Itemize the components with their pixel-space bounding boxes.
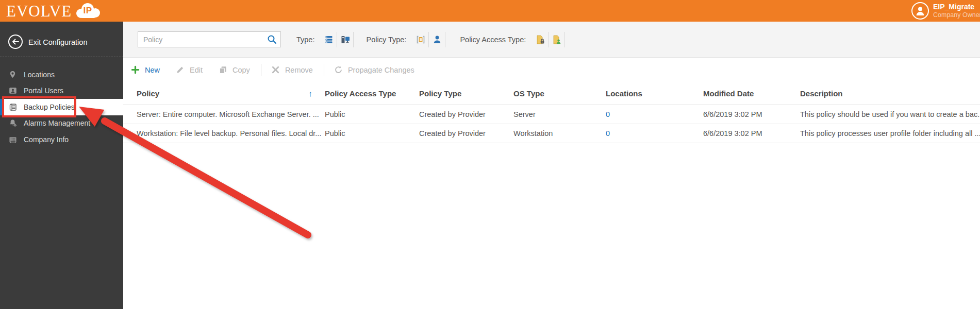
table-row[interactable]: Workstation: File level backup. Personal…	[123, 124, 980, 143]
brand-logo: EVOLVE IP	[6, 0, 101, 22]
user-name: EIP_Migrate	[933, 3, 980, 11]
cell-description: This policy should be used if you want t…	[800, 110, 980, 118]
sidebar-item-company-info[interactable]: Company Info	[0, 131, 123, 148]
remove-x-icon	[271, 65, 280, 75]
user-policy-filter-button[interactable]	[429, 32, 445, 47]
server-icon	[324, 35, 334, 45]
plus-icon	[131, 65, 140, 75]
table-header-row: Policy ↑ Policy Access Type Policy Type …	[123, 82, 980, 105]
table-row[interactable]: Server: Entire computer. Microsoft Excha…	[123, 105, 980, 124]
search-input[interactable]	[138, 31, 281, 47]
column-header-description[interactable]: Description	[800, 89, 980, 98]
back-circle-icon	[8, 34, 23, 51]
public-policy-filter-button[interactable]	[549, 32, 565, 47]
sidebar-divider	[0, 57, 123, 57]
user-policy-person-icon	[432, 35, 442, 45]
search-icon[interactable]	[267, 35, 277, 44]
sidebar-item-label: Alarms Management	[24, 119, 90, 127]
table-toolbar: New Edit Copy	[123, 58, 980, 82]
cell-os-type: Workstation	[513, 129, 606, 138]
cell-policy: Workstation: File level backup. Personal…	[137, 129, 325, 138]
filter-group-policy-access-type: Policy Access Type:	[460, 32, 565, 47]
cell-description: This policy processes user profile folde…	[800, 129, 980, 138]
alarms-bell-gear-icon	[9, 119, 18, 128]
public-policy-person-icon	[552, 35, 562, 45]
propagate-changes-button[interactable]: Propagate Changes	[334, 65, 414, 75]
top-header-bar: EVOLVE IP	[0, 0, 980, 22]
remove-button[interactable]: Remove	[271, 65, 313, 75]
column-header-modified-date[interactable]: Modified Date	[703, 89, 800, 98]
exit-configuration-button[interactable]: Exit Configuration	[0, 32, 123, 53]
new-button[interactable]: New	[131, 65, 160, 75]
column-header-locations[interactable]: Locations	[606, 89, 703, 98]
user-role: Company Owner	[933, 11, 980, 19]
cell-policy-access-type: Public	[325, 110, 419, 118]
edit-button[interactable]: Edit	[176, 65, 203, 75]
sidebar: Exit Configuration Locations	[0, 22, 123, 309]
new-button-label: New	[145, 66, 160, 74]
portal-user-icon	[9, 87, 18, 95]
brand-cloud-icon: IP	[74, 2, 101, 20]
cell-locations-link[interactable]: 0	[606, 110, 703, 118]
pencil-icon	[176, 65, 185, 75]
brand-suffix: IP	[74, 3, 101, 19]
cell-os-type: Server	[513, 110, 606, 118]
backup-policies-scroll-icon	[9, 102, 18, 111]
sidebar-item-label: Company Info	[24, 135, 69, 144]
toolbar-divider	[261, 64, 261, 76]
workstation-icon	[340, 35, 351, 45]
sidebar-item-label: Portal Users	[24, 87, 63, 95]
search-box	[138, 31, 281, 47]
user-menu[interactable]: EIP_Migrate Company Owner	[911, 2, 980, 20]
cell-policy-type: Created by Provider	[419, 129, 513, 138]
company-building-icon	[9, 135, 18, 144]
type-filter-label: Type:	[296, 36, 314, 44]
column-header-policy-type[interactable]: Policy Type	[419, 89, 513, 98]
cell-policy-access-type: Public	[325, 129, 419, 138]
brand-name: EVOLVE	[6, 3, 72, 19]
provider-policy-scroll-icon	[416, 35, 426, 45]
sidebar-menu: Locations Portal Users	[0, 66, 123, 148]
remove-button-label: Remove	[285, 66, 313, 74]
column-header-os-type[interactable]: OS Type	[513, 89, 606, 98]
cell-modified-date: 6/6/2019 3:02 PM	[703, 110, 800, 118]
app-window: EVOLVE IP	[0, 0, 980, 309]
propagate-changes-label: Propagate Changes	[348, 66, 414, 74]
sort-ascending-icon: ↑	[309, 89, 313, 98]
copy-button-label: Copy	[232, 66, 250, 74]
filter-group-type: Type:	[296, 32, 354, 47]
workstation-type-filter-button[interactable]	[337, 32, 354, 47]
column-header-policy-access-type[interactable]: Policy Access Type	[325, 89, 419, 98]
policy-access-type-filter-label: Policy Access Type:	[460, 36, 526, 44]
copy-icon	[219, 65, 228, 75]
exit-configuration-label: Exit Configuration	[28, 38, 87, 46]
provider-policy-filter-button[interactable]	[412, 32, 429, 47]
user-avatar-icon	[911, 2, 929, 20]
private-policy-filter-button[interactable]	[532, 32, 549, 47]
sidebar-item-alarms-management[interactable]: Alarms Management	[0, 115, 123, 132]
server-type-filter-button[interactable]	[321, 32, 337, 47]
filter-bar: Type:	[123, 22, 980, 58]
main-content: Type:	[123, 22, 980, 309]
cell-policy: Server: Entire computer. Microsoft Excha…	[137, 110, 325, 118]
sidebar-item-label: Locations	[24, 71, 55, 79]
propagate-refresh-icon	[334, 65, 343, 75]
sidebar-item-portal-users[interactable]: Portal Users	[0, 83, 123, 99]
private-policy-lock-icon	[535, 35, 545, 45]
policy-type-filter-label: Policy Type:	[366, 36, 406, 44]
column-header-policy[interactable]: Policy ↑	[137, 89, 325, 98]
copy-button[interactable]: Copy	[219, 65, 250, 75]
cell-modified-date: 6/6/2019 3:02 PM	[703, 129, 800, 138]
sidebar-item-label: Backup Policies	[24, 103, 75, 111]
cell-policy-type: Created by Provider	[419, 110, 513, 118]
sidebar-item-backup-policies[interactable]: Backup Policies	[0, 99, 123, 115]
filter-group-policy-type: Policy Type:	[366, 32, 445, 47]
location-pin-icon	[9, 70, 18, 79]
cell-locations-link[interactable]: 0	[606, 129, 703, 138]
toolbar-divider	[324, 64, 324, 76]
sidebar-item-locations[interactable]: Locations	[0, 66, 123, 83]
edit-button-label: Edit	[190, 66, 203, 74]
